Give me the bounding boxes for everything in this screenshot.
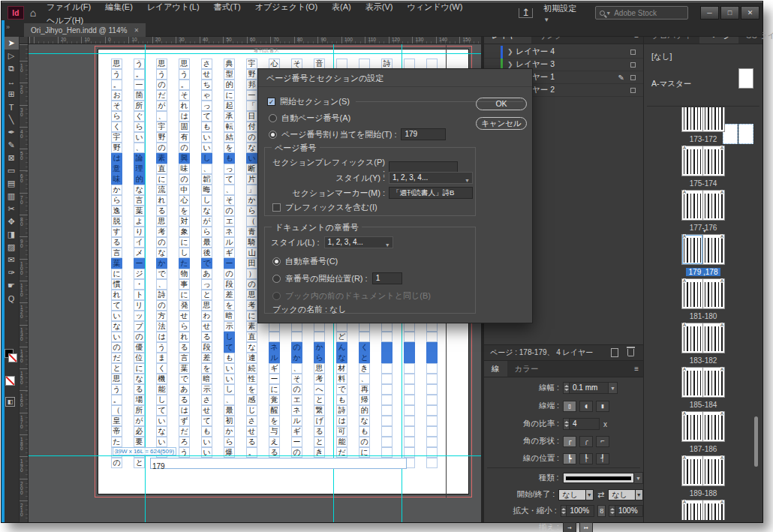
spread-item[interactable]: AA189-188 <box>644 455 762 497</box>
grid-cell[interactable]: 日 <box>246 111 257 122</box>
grid-cell[interactable]: の <box>156 237 167 248</box>
grid-cell[interactable]: の <box>156 300 167 311</box>
grid-cell[interactable]: 機 <box>156 374 167 384</box>
grid-cell[interactable] <box>269 332 280 342</box>
spread-label[interactable]: 179 ,178 <box>686 268 721 276</box>
grid-cell[interactable]: 韜 <box>201 174 212 185</box>
grid-cell[interactable]: 、 <box>359 374 370 384</box>
grid-cell[interactable]: り <box>134 227 145 237</box>
grid-cell[interactable]: 典 <box>224 59 235 69</box>
gap-tool[interactable]: ↔ <box>4 75 19 88</box>
grid-cell[interactable] <box>404 374 415 384</box>
grid-cell[interactable]: 起 <box>224 101 235 111</box>
grid-cell[interactable] <box>404 384 415 395</box>
grid-cell[interactable]: き <box>359 363 370 374</box>
grid-cell[interactable]: は <box>336 416 347 426</box>
grid-cell[interactable]: 思 <box>156 216 167 227</box>
grid-cell[interactable] <box>381 395 393 405</box>
grid-cell[interactable] <box>426 395 438 405</box>
grid-cell[interactable]: い <box>134 132 145 143</box>
menu-item[interactable]: 表(A) <box>332 2 351 11</box>
grid-cell[interactable]: エ <box>291 395 302 405</box>
grid-cell[interactable]: （ <box>246 216 257 227</box>
grid-cell[interactable]: 青 <box>246 227 257 237</box>
grid-cell[interactable]: ネ <box>224 227 235 237</box>
grid-cell[interactable]: 的 <box>224 80 235 90</box>
screen-mode-button[interactable]: ◧ <box>5 397 15 407</box>
grid-cell[interactable]: 」 <box>246 185 257 195</box>
grid-cell[interactable]: し <box>224 384 235 395</box>
grid-cell[interactable]: ギ <box>269 363 280 374</box>
spread-page-thumbnail[interactable]: A <box>681 367 703 398</box>
grid-cell[interactable]: の <box>291 384 302 395</box>
grid-cell[interactable]: う <box>134 59 145 69</box>
grid-cell[interactable]: せ <box>179 311 190 321</box>
grid-cell[interactable] <box>404 437 415 447</box>
layer-target-square[interactable] <box>630 50 636 55</box>
grid-cell[interactable]: わ <box>201 311 212 321</box>
grid-cell[interactable]: ら <box>314 353 325 363</box>
grid-cell[interactable] <box>381 342 393 353</box>
spread-page-thumbnail[interactable]: A <box>703 234 725 265</box>
grid-cell[interactable]: 葉 <box>134 206 145 216</box>
grid-cell[interactable]: 。 <box>134 69 145 80</box>
grid-cell[interactable]: 山 <box>246 248 257 258</box>
grid-cell[interactable]: 再 <box>359 384 370 395</box>
grid-cell[interactable]: を <box>224 143 235 153</box>
grid-cell[interactable]: 事 <box>179 279 190 290</box>
grid-cell[interactable]: 材 <box>336 363 347 374</box>
grid-cell[interactable]: 、 <box>224 395 235 405</box>
grid-cell[interactable]: だ <box>179 426 190 437</box>
chevron-down-icon[interactable]: ▼ <box>609 382 618 394</box>
horizontal-grid-tool[interactable]: ▤ <box>4 177 19 190</box>
grid-cell[interactable]: 帰 <box>359 395 370 405</box>
grid-cell[interactable]: を <box>269 416 280 426</box>
grid-cell[interactable]: て <box>156 405 167 416</box>
end-arrowhead-select[interactable]: なし <box>608 489 635 500</box>
grid-cell[interactable]: さ <box>201 59 212 69</box>
grid-cell[interactable]: （ <box>111 405 122 416</box>
grid-cell[interactable]: い <box>156 416 167 426</box>
chevron-right-icon[interactable]: ❯ <box>507 61 513 68</box>
spread-page-thumbnail[interactable]: A <box>703 107 725 132</box>
grid-cell[interactable]: う <box>179 69 190 80</box>
grid-cell[interactable]: な <box>156 426 167 437</box>
grid-cell[interactable]: ら <box>201 227 212 237</box>
grid-cell[interactable]: う <box>156 342 167 353</box>
grid-cell[interactable]: 宇 <box>246 59 257 69</box>
miter-limit-value[interactable]: 4 <box>570 418 600 430</box>
grid-cell[interactable]: 慣 <box>111 279 122 290</box>
grid-cell[interactable]: 直 <box>246 332 257 342</box>
grid-cell[interactable]: く <box>156 363 167 374</box>
grid-cell[interactable]: る <box>179 395 190 405</box>
grid-cell[interactable]: せ <box>201 405 212 416</box>
pages-scrollbar[interactable] <box>754 416 758 467</box>
grid-cell[interactable]: に <box>269 384 280 395</box>
grid-cell[interactable]: を <box>179 206 190 216</box>
grid-cell[interactable]: も <box>359 426 370 437</box>
grid-cell[interactable]: 。 <box>179 80 190 90</box>
layer-target-square[interactable] <box>630 88 636 93</box>
maximize-button[interactable]: □ <box>720 6 739 20</box>
grid-cell[interactable]: ー <box>224 258 235 269</box>
grid-cell[interactable]: の <box>111 342 122 353</box>
grid-cell[interactable]: だ <box>111 353 122 363</box>
spread-item[interactable]: AA185-184 <box>644 367 762 409</box>
grid-cell[interactable] <box>404 416 415 426</box>
grid-cell[interactable]: う <box>111 384 122 395</box>
end-scale-stepper[interactable] <box>609 505 615 517</box>
join-miter-button[interactable]: ┌ <box>563 436 576 447</box>
arrow-align-tip-button[interactable]: → <box>563 522 576 532</box>
grid-cell[interactable]: か <box>224 426 235 437</box>
spread-page-thumbnail[interactable]: A <box>681 455 703 486</box>
grid-cell[interactable] <box>381 353 393 363</box>
swap-arrowheads-icon[interactable]: ⇄ <box>597 490 604 500</box>
grid-cell[interactable]: ら <box>134 122 145 132</box>
grid-cell[interactable] <box>336 59 347 69</box>
grid-cell[interactable]: 物 <box>179 269 190 279</box>
grid-cell[interactable]: な <box>246 143 257 153</box>
stroke-type-select[interactable] <box>563 473 635 483</box>
grid-cell[interactable]: 可 <box>336 426 347 437</box>
home-icon[interactable]: ⌂ <box>30 7 36 19</box>
grid-cell[interactable]: 付 <box>246 122 257 132</box>
